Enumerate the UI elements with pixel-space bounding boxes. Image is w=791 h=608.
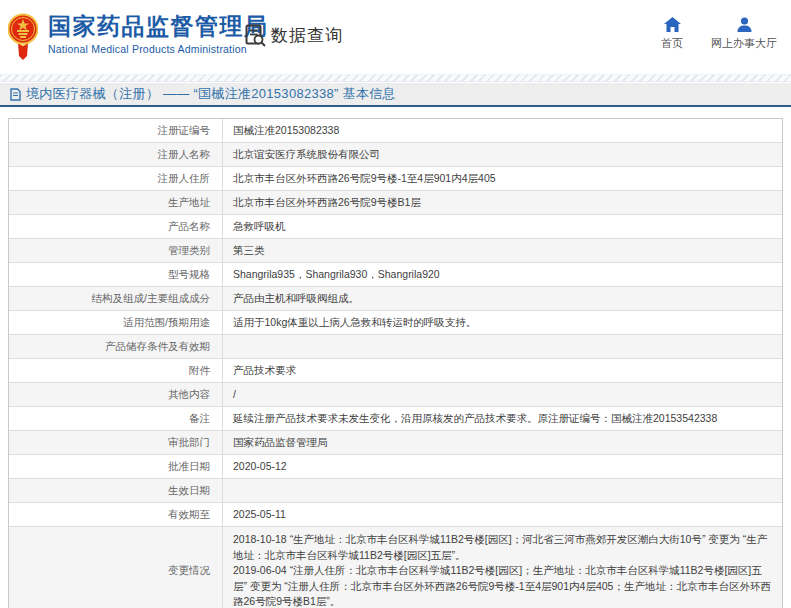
row-value: 北京市丰台区外环西路26号院9号楼B1层: [223, 192, 782, 214]
row-value: 2020-05-12: [223, 456, 782, 478]
table-row: 其他内容/: [9, 382, 782, 406]
row-value: 国家药品监督管理局: [223, 432, 782, 454]
table-row: 备注延续注册产品技术要求未发生变化，沿用原核发的产品技术要求。原注册证编号：国械…: [9, 406, 782, 430]
data-query-label: 数据查询: [271, 24, 343, 47]
row-label: 有效期至: [9, 503, 223, 526]
table-row: 批准日期2020-05-12: [9, 454, 782, 478]
row-label: 产品储存条件及有效期: [9, 335, 223, 358]
breadcrumb: 境内医疗器械（注册） —— “国械注准20153082338” 基本信息: [0, 83, 791, 107]
row-value: 急救呼吸机: [223, 216, 782, 238]
table-row: 结构及组成/主要组成成分产品由主机和呼吸阀组成。: [9, 286, 782, 310]
data-query-icon: [245, 24, 266, 47]
row-value: 延续注册产品技术要求未发生变化，沿用原核发的产品技术要求。原注册证编号：国械注准…: [223, 408, 782, 430]
table-row: 审批部门国家药品监督管理局: [9, 430, 782, 454]
table-row: 生产地址北京市丰台区外环西路26号院9号楼B1层: [9, 190, 782, 214]
nav-service-hall[interactable]: 网上办事大厅: [711, 17, 777, 51]
row-label: 附件: [9, 359, 223, 382]
nav-home-label: 首页: [661, 36, 683, 51]
row-label: 结构及组成/主要组成成分: [9, 287, 223, 310]
row-value: 2018-10-18 “生产地址：北京市丰台区科学城11B2号楼[园区]；河北省…: [223, 527, 782, 608]
table-row: 生效日期: [9, 478, 782, 502]
top-nav: 首页 网上办事大厅: [661, 17, 777, 51]
table-row: 管理类别第三类: [9, 238, 782, 262]
table-row: 有效期至2025-05-11: [9, 502, 782, 526]
table-row: 产品名称急救呼吸机: [9, 214, 782, 238]
table-row: 注册人住所北京市丰台区外环西路26号院9号楼-1至4层901内4层405: [9, 166, 782, 190]
row-label: 备注: [9, 407, 223, 430]
row-value: 北京谊安医疗系统股份有限公司: [223, 144, 782, 166]
row-value: 产品技术要求: [223, 360, 782, 382]
nav-service-hall-label: 网上办事大厅: [711, 36, 777, 51]
row-value: 国械注准20153082338: [223, 120, 782, 142]
document-icon: [10, 88, 21, 101]
row-value: [223, 344, 782, 350]
table-row: 产品储存条件及有效期: [9, 334, 782, 358]
table-row: 注册人名称北京谊安医疗系统股份有限公司: [9, 142, 782, 166]
table-row: 变更情况2018-10-18 “生产地址：北京市丰台区科学城11B2号楼[园区]…: [9, 526, 782, 608]
row-label: 生效日期: [9, 479, 223, 502]
row-label: 批准日期: [9, 455, 223, 478]
row-value: 第三类: [223, 240, 782, 262]
row-value: 2025-05-11: [223, 504, 782, 526]
table-row: 适用范围/预期用途适用于10kg体重以上病人急救和转运时的呼吸支持。: [9, 310, 782, 334]
row-label: 注册人名称: [9, 143, 223, 166]
row-label: 产品名称: [9, 215, 223, 238]
header: 国家药品监督管理局 National Medical Products Admi…: [0, 0, 791, 74]
row-label: 变更情况: [9, 527, 223, 608]
national-emblem-logo: [8, 12, 38, 62]
stripe-divider: [0, 74, 791, 82]
agency-name-en: National Medical Products Administration: [48, 43, 269, 55]
row-label: 审批部门: [9, 431, 223, 454]
row-label: 适用范围/预期用途: [9, 311, 223, 334]
row-label: 管理类别: [9, 239, 223, 262]
row-label: 型号规格: [9, 263, 223, 286]
row-value: 适用于10kg体重以上病人急救和转运时的呼吸支持。: [223, 312, 782, 334]
row-label: 其他内容: [9, 383, 223, 406]
row-value: [223, 488, 782, 494]
user-icon: [737, 17, 752, 32]
agency-name-cn: 国家药品监督管理局: [48, 13, 269, 39]
row-value: 产品由主机和呼吸阀组成。: [223, 288, 782, 310]
row-label: 注册证编号: [9, 119, 223, 142]
row-value: Shangrila935，Shangrila930，Shangrila920: [223, 264, 782, 286]
table-row: 注册证编号国械注准20153082338: [9, 119, 782, 142]
row-value: /: [223, 384, 782, 406]
home-icon: [664, 17, 681, 32]
table-row: 型号规格Shangrila935，Shangrila930，Shangrila9…: [9, 262, 782, 286]
agency-title-block: 国家药品监督管理局 National Medical Products Admi…: [48, 13, 269, 55]
nav-home[interactable]: 首页: [661, 17, 683, 51]
breadcrumb-text: 境内医疗器械（注册） —— “国械注准20153082338” 基本信息: [26, 85, 396, 103]
row-label: 生产地址: [9, 191, 223, 214]
row-value: 北京市丰台区外环西路26号院9号楼-1至4层901内4层405: [223, 168, 782, 190]
info-table: 注册证编号国械注准20153082338注册人名称北京谊安医疗系统股份有限公司注…: [8, 118, 783, 608]
data-query-link[interactable]: 数据查询: [245, 24, 343, 47]
row-label: 注册人住所: [9, 167, 223, 190]
table-row: 附件产品技术要求: [9, 358, 782, 382]
